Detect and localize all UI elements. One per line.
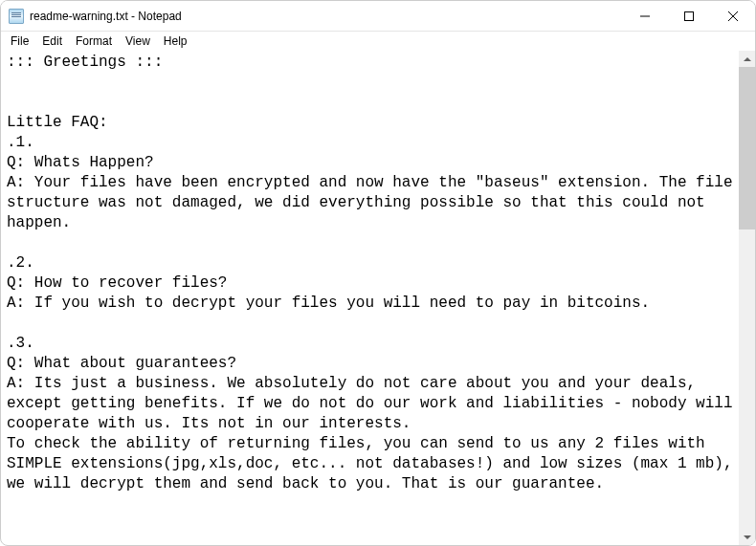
notepad-icon [9, 9, 24, 24]
menu-edit[interactable]: Edit [36, 33, 68, 49]
menu-view[interactable]: View [120, 33, 156, 49]
maximize-icon [684, 11, 694, 21]
close-button[interactable] [711, 1, 755, 32]
maximize-button[interactable] [667, 1, 711, 32]
vertical-scrollbar[interactable] [739, 51, 755, 545]
scroll-down-button[interactable] [739, 529, 755, 545]
window-controls [623, 1, 755, 31]
scroll-up-button[interactable] [739, 51, 755, 67]
menubar: File Edit Format View Help [1, 32, 755, 51]
minimize-button[interactable] [623, 1, 667, 32]
menu-format[interactable]: Format [70, 33, 118, 49]
text-editor[interactable]: ::: Greetings ::: Little FAQ: .1. Q: Wha… [1, 51, 739, 545]
svg-rect-1 [685, 12, 694, 21]
chevron-down-icon [744, 535, 751, 539]
menu-file[interactable]: File [5, 33, 34, 49]
minimize-icon [640, 11, 650, 21]
scroll-thumb[interactable] [739, 67, 755, 229]
content-area: ::: Greetings ::: Little FAQ: .1. Q: Wha… [1, 51, 755, 545]
titlebar[interactable]: readme-warning.txt - Notepad [1, 1, 755, 32]
menu-help[interactable]: Help [158, 33, 193, 49]
window-title: readme-warning.txt - Notepad [30, 10, 623, 23]
close-icon [728, 11, 738, 21]
chevron-up-icon [744, 57, 751, 61]
